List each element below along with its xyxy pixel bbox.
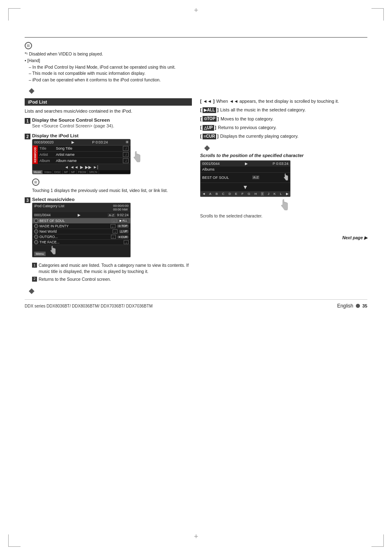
footnote-2-num: 2 (32, 277, 37, 282)
cat-row-next[interactable]: Next World ♩ △ UP (32, 229, 130, 234)
album-icon: ♩ (123, 158, 129, 163)
page-number: 35 (362, 303, 367, 308)
all-label: [ ▶ALL ] (200, 107, 219, 113)
char-track-num: 0001/0044 (202, 162, 220, 166)
tab-disc[interactable]: DISC (53, 170, 63, 174)
cat-header-times: 00:00/0:0000:00 NW (113, 204, 129, 211)
fwd-btn[interactable]: ▶▶ (85, 165, 92, 169)
footnote-1: 1 Categories and music are listed. Touch… (32, 262, 192, 274)
char-g[interactable]: G (248, 192, 251, 196)
step-1: 1 Display the Source Control Screen See … (25, 118, 192, 130)
prev-btn[interactable]: ◄ (65, 165, 69, 169)
bracket-item-all: [ ▶ALL ] Lists all the music in the sele… (200, 107, 367, 113)
step-3: 3 Select music/video iPod Category List … (25, 197, 192, 284)
screen-row-artist: Artist Artist name ♩ (38, 152, 130, 158)
screen-mockup-step2: 0003/00020 ▶ P 0:03:24 ⊞ KENWOOD (32, 139, 131, 174)
step-2-note: ⊞ (32, 178, 192, 186)
cat-row-out[interactable]: OUTGRO... ♩ ≡ CUR (32, 234, 130, 240)
char-d[interactable]: D (228, 192, 231, 196)
hand-label: • [Hand] (25, 58, 367, 64)
step-2-content: Display the iPod List 0003/00020 ▶ P 0:0… (32, 133, 192, 194)
top-notes: *¹ Disabled when VIDEO is being played. … (25, 51, 367, 83)
cat-header-label: iPod Category List (34, 204, 65, 211)
bracket-items: [ ◄◄ ] When ◄◄ appears, the text display… (200, 98, 367, 140)
char-screen-top: 0001/0044 ▶ P 0:03:24 (201, 161, 290, 166)
title-icon: ♩ (123, 146, 129, 151)
char-right-arrow[interactable]: ▶ (286, 192, 288, 196)
char-scroll-section: Scrolls to the position of the specified… (200, 153, 367, 218)
char-b[interactable]: B (216, 192, 218, 196)
tab-mf1[interactable]: MF (63, 170, 70, 174)
tab-video[interactable]: Video (43, 170, 53, 174)
cat-name-3: Next World (39, 229, 112, 234)
char-c[interactable]: C (222, 192, 225, 196)
dot-circle (356, 304, 360, 308)
screen-controls[interactable]: ◄ ◄◄ ▶ ▶▶ ►| (32, 164, 130, 170)
step2-grid-icon: ⊞ (32, 178, 39, 186)
cat-top-bar: iPod Category List 00:00/0:0000:00 NW (32, 203, 130, 212)
cat-row-the[interactable]: THE FACE... ♩ (32, 240, 130, 245)
cat-track-row: 0001/0044 ▶ A-Z 9:02:24 (32, 212, 130, 218)
menu-btn[interactable]: Menu (34, 252, 46, 256)
up-text: Returns to previous category. (218, 125, 277, 131)
az-label-right: A-Z (252, 176, 259, 179)
cat-name-2: MADE IN PLENTY (39, 224, 110, 228)
disc-icon-2 (34, 224, 38, 228)
footnote-1-num: 1 (32, 263, 37, 268)
cur-label: [ ≡CUR ] (200, 133, 219, 139)
tab-srcn[interactable]: SRCN (88, 170, 99, 174)
cat-az: A-Z (108, 213, 115, 217)
up-label: [ △UP ] (200, 125, 216, 131)
step3-screen-container: iPod Category List 00:00/0:0000:00 NW 00… (32, 203, 192, 260)
tab-fbdm[interactable]: FBDM (77, 170, 88, 174)
char-left-arrow[interactable]: ◄ (202, 192, 205, 196)
step-2-num: 2 (25, 134, 30, 139)
cat-bottom: Menu (32, 245, 130, 257)
char-e[interactable]: E (235, 192, 238, 196)
disabled-note: *¹ Disabled when VIDEO is being played. (25, 51, 367, 58)
char-l[interactable]: L (280, 192, 282, 196)
cat-up-btn[interactable]: △ UP (119, 230, 129, 233)
screen-time: P 0:03:24 (92, 140, 108, 144)
char-h[interactable]: H (254, 192, 257, 196)
vert-dot-right: ◆ (204, 144, 367, 151)
title-value: Song Title (56, 146, 122, 150)
cat-cur-btn[interactable]: ≡ CUR (118, 236, 129, 238)
char-f[interactable]: F (242, 192, 244, 196)
cat-top-btn[interactable]: ⊙ TOP (117, 224, 129, 228)
char-screen-best: BEST OF SOUL A-Z (201, 173, 290, 183)
footnote-2-text: Returns to the Source Control screen. (39, 276, 111, 282)
bracket-item-up: [ △UP ] Returns to previous category. (200, 125, 367, 131)
cat-all-btn[interactable]: ▶ ALL (118, 219, 129, 222)
footnote-2: 2 Returns to the Source Control screen. (32, 276, 192, 282)
char-j[interactable]: J (268, 192, 270, 196)
char-i[interactable]: I (261, 192, 264, 196)
tab-mf2[interactable]: MF (70, 170, 77, 174)
cur-text: Displays the currently playing category. (220, 133, 299, 139)
kenwood-logo: KENWOOD (32, 146, 38, 164)
char-k[interactable]: K (274, 192, 276, 196)
cat-screen: iPod Category List 00:00/0:0000:00 NW 00… (32, 203, 131, 257)
bracket-item-back: [ ◄◄ ] When ◄◄ appears, the text display… (200, 98, 367, 104)
rew-btn[interactable]: ◄◄ (70, 165, 78, 169)
ipod-list-desc: Lists and searches music/video contained… (25, 108, 192, 114)
cat-row-made[interactable]: MADE IN PLENTY ♩ ⊙ TOP (32, 224, 130, 229)
char-screen-albums: Albums (201, 166, 290, 173)
artist-icon: ♩ (123, 152, 129, 157)
char-play: ▶ (245, 162, 248, 166)
cat-tag-2: ♩ (111, 224, 115, 228)
tab-music[interactable]: Music (32, 170, 43, 174)
crop-mark-tl (8, 8, 21, 21)
cat-tag-3: ♩ (113, 229, 118, 234)
step-1-num: 1 (25, 118, 30, 124)
play-btn[interactable]: ▶ (80, 165, 83, 169)
cat-tag-5: ♩ (124, 240, 129, 244)
cat-name-1: BEST OF SOUL (39, 219, 111, 223)
cat-row-best[interactable]: BEST OF SOUL ♩ ▶ ALL (32, 218, 130, 224)
step-3-num: 3 (25, 197, 30, 203)
screen-play-icon: ▶ (71, 140, 74, 144)
char-a[interactable]: A (209, 192, 212, 196)
reg-cross-top (196, 10, 204, 18)
next-btn[interactable]: ►| (93, 165, 99, 169)
reg-cross-bottom (196, 536, 204, 545)
